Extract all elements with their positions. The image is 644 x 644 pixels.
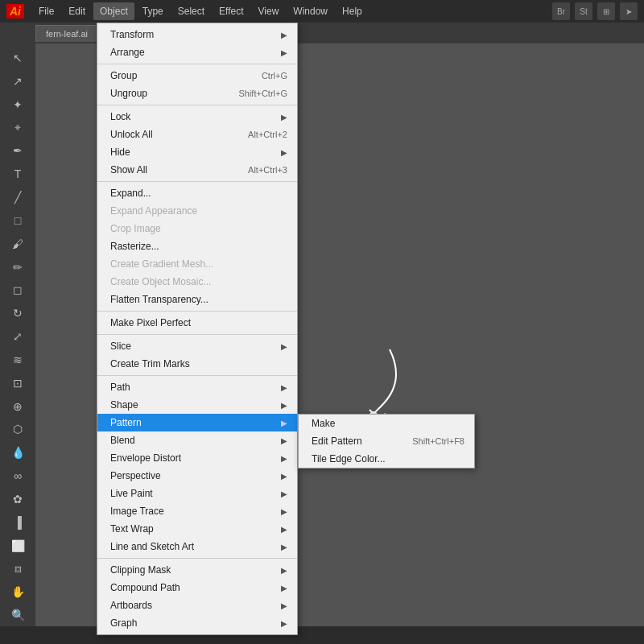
free-transform-tool[interactable]: ⊡ bbox=[6, 372, 29, 394]
menu-create-gradient-mesh: Create Gradient Mesh... bbox=[97, 255, 297, 273]
menu-create-trim-marks[interactable]: Create Trim Marks bbox=[97, 355, 297, 373]
menu-select[interactable]: Select bbox=[171, 2, 211, 20]
menu-section-6: Slice ▶ Create Trim Marks bbox=[97, 335, 297, 376]
blend-arrow: ▶ bbox=[281, 436, 287, 445]
menu-make-pixel-perfect[interactable]: Make Pixel Perfect bbox=[97, 314, 297, 332]
shape-builder-tool[interactable]: ⊕ bbox=[6, 395, 29, 418]
menu-help[interactable]: Help bbox=[336, 2, 369, 20]
zoom-tool[interactable]: 🔍 bbox=[6, 604, 29, 626]
slice-tool[interactable]: ⧈ bbox=[6, 558, 29, 580]
menu-create-object-mosaic: Create Object Mosaic... bbox=[97, 273, 297, 291]
menu-effect[interactable]: Effect bbox=[213, 2, 250, 20]
artboard-tool[interactable]: ⬜ bbox=[6, 535, 29, 557]
menu-section-5: Make Pixel Perfect bbox=[97, 312, 297, 335]
live-paint-arrow: ▶ bbox=[281, 489, 287, 498]
blend-tool[interactable]: ∞ bbox=[6, 464, 29, 487]
pattern-row-container: Pattern ▶ Make Edit Pattern Shift+Ctrl+F… bbox=[97, 414, 297, 431]
perspective-arrow: ▶ bbox=[281, 472, 287, 481]
stock-icon[interactable]: St bbox=[575, 2, 592, 20]
menu-shape[interactable]: Shape ▶ bbox=[97, 396, 297, 414]
paintbrush-tool[interactable]: 🖌 bbox=[6, 233, 29, 255]
eyedropper-tool[interactable]: 💧 bbox=[6, 441, 29, 464]
warp-tool[interactable]: ≋ bbox=[6, 349, 29, 371]
menu-file[interactable]: File bbox=[32, 2, 60, 20]
perspective-grid-tool[interactable]: ⬡ bbox=[6, 419, 29, 441]
menu-transform[interactable]: Transform ▶ bbox=[97, 26, 297, 43]
menu-hide[interactable]: Hide ▶ bbox=[97, 143, 297, 161]
bridge-icon[interactable]: Br bbox=[552, 2, 570, 20]
menu-section-3: Lock ▶ Unlock All Alt+Ctrl+2 Hide ▶ Show… bbox=[97, 105, 297, 182]
menu-live-paint[interactable]: Live Paint ▶ bbox=[97, 485, 297, 502]
menu-ungroup[interactable]: Ungroup Shift+Ctrl+G bbox=[97, 85, 297, 102]
slice-arrow: ▶ bbox=[281, 342, 287, 351]
line-tool[interactable]: ╱ bbox=[6, 186, 29, 208]
menu-type[interactable]: Type bbox=[136, 2, 170, 20]
menu-blend[interactable]: Blend ▶ bbox=[97, 431, 297, 449]
menu-perspective[interactable]: Perspective ▶ bbox=[97, 467, 297, 485]
type-tool[interactable]: T bbox=[6, 163, 29, 185]
eraser-tool[interactable]: ◻ bbox=[6, 279, 29, 301]
path-arrow: ▶ bbox=[281, 383, 287, 392]
menu-compound-path[interactable]: Compound Path ▶ bbox=[97, 579, 297, 597]
transform-arrow: ▶ bbox=[281, 31, 287, 39]
image-trace-arrow: ▶ bbox=[281, 507, 287, 516]
menu-lock[interactable]: Lock ▶ bbox=[97, 108, 297, 126]
pen-tool[interactable]: ✒ bbox=[6, 139, 29, 162]
menu-show-all[interactable]: Show All Alt+Ctrl+3 bbox=[97, 161, 297, 179]
pencil-tool[interactable]: ✏ bbox=[6, 256, 29, 279]
text-wrap-arrow: ▶ bbox=[281, 525, 287, 534]
lock-arrow: ▶ bbox=[281, 113, 287, 122]
menu-clipping-mask[interactable]: Clipping Mask ▶ bbox=[97, 561, 297, 579]
line-sketch-art-arrow: ▶ bbox=[281, 543, 287, 551]
menu-text-wrap[interactable]: Text Wrap ▶ bbox=[97, 520, 297, 538]
file-tab[interactable]: fern-leaf.ai bbox=[35, 25, 98, 42]
menu-image-trace[interactable]: Image Trace ▶ bbox=[97, 502, 297, 520]
submenu-tile-edge-color[interactable]: Tile Edge Color... bbox=[299, 450, 474, 468]
menu-edit[interactable]: Edit bbox=[62, 2, 92, 20]
menu-section-7: Path ▶ Shape ▶ Pattern ▶ Make Edit Patte… bbox=[97, 376, 297, 559]
submenu-edit-pattern[interactable]: Edit Pattern Shift+Ctrl+F8 bbox=[299, 432, 474, 450]
object-dropdown-menu: Transform ▶ Arrange ▶ Group Ctrl+G Ungro… bbox=[97, 23, 298, 635]
menu-group[interactable]: Group Ctrl+G bbox=[97, 67, 297, 85]
menu-slice[interactable]: Slice ▶ bbox=[97, 337, 297, 355]
direct-selection-tool[interactable]: ↗ bbox=[6, 70, 29, 93]
menu-object[interactable]: Object bbox=[93, 2, 134, 20]
graph-arrow: ▶ bbox=[281, 619, 287, 628]
menu-rasterize[interactable]: Rasterize... bbox=[97, 237, 297, 255]
scale-tool[interactable]: ⤢ bbox=[6, 325, 29, 348]
menu-flatten-transparency[interactable]: Flatten Transparency... bbox=[97, 291, 297, 308]
menu-view[interactable]: View bbox=[252, 2, 286, 20]
menu-section-2: Group Ctrl+G Ungroup Shift+Ctrl+G bbox=[97, 64, 297, 105]
menu-line-sketch-art[interactable]: Line and Sketch Art ▶ bbox=[97, 538, 297, 555]
rotate-tool[interactable]: ↻ bbox=[6, 302, 29, 324]
menu-crop-image: Crop Image bbox=[97, 220, 297, 237]
magic-wand-tool[interactable]: ✦ bbox=[6, 93, 29, 116]
publish-icon[interactable]: ➤ bbox=[620, 2, 638, 20]
menu-pattern[interactable]: Pattern ▶ bbox=[97, 414, 297, 431]
menu-envelope-distort[interactable]: Envelope Distort ▶ bbox=[97, 449, 297, 467]
hide-arrow: ▶ bbox=[281, 148, 287, 157]
menu-expand[interactable]: Expand... bbox=[97, 184, 297, 202]
submenu-make[interactable]: Make bbox=[299, 415, 474, 432]
menu-path[interactable]: Path ▶ bbox=[97, 378, 297, 396]
menu-graph[interactable]: Graph ▶ bbox=[97, 614, 297, 632]
symbol-sprayer-tool[interactable]: ✿ bbox=[6, 488, 29, 510]
menu-window[interactable]: Window bbox=[287, 2, 334, 20]
left-toolbar: ↖ ↗ ✦ ⌖ ✒ T ╱ □ 🖌 ✏ ◻ ↻ ⤢ ≋ ⊡ ⊕ ⬡ 💧 ∞ ✿ … bbox=[0, 43, 35, 626]
envelope-distort-arrow: ▶ bbox=[281, 454, 287, 463]
menu-arrange[interactable]: Arrange ▶ bbox=[97, 43, 297, 61]
pattern-arrow: ▶ bbox=[281, 419, 287, 427]
menu-artboards[interactable]: Artboards ▶ bbox=[97, 597, 297, 614]
selection-tool[interactable]: ↖ bbox=[6, 47, 29, 69]
menu-section-8: Clipping Mask ▶ Compound Path ▶ Artboard… bbox=[97, 559, 297, 634]
hand-tool[interactable]: ✋ bbox=[6, 580, 29, 603]
clipping-mask-arrow: ▶ bbox=[281, 566, 287, 575]
grid-icon[interactable]: ⊞ bbox=[597, 2, 615, 20]
lasso-tool[interactable]: ⌖ bbox=[6, 117, 29, 139]
menu-expand-appearance: Expand Appearance bbox=[97, 202, 297, 220]
menu-unlock-all[interactable]: Unlock All Alt+Ctrl+2 bbox=[97, 126, 297, 143]
column-chart-tool[interactable]: ▐ bbox=[6, 511, 29, 534]
rectangle-tool[interactable]: □ bbox=[6, 209, 29, 232]
artboards-arrow: ▶ bbox=[281, 601, 287, 610]
app-logo: Ai bbox=[6, 4, 24, 19]
